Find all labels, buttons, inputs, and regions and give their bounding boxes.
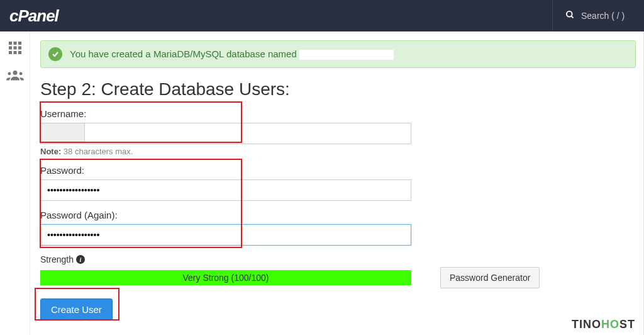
users-icon[interactable] xyxy=(6,69,24,83)
username-field-block: Username: Note: 38 characters max. xyxy=(40,108,636,156)
create-user-form: Username: Note: 38 characters max. Passw… xyxy=(40,108,636,321)
strength-label-row: Strength i xyxy=(40,254,636,264)
wm-st: ST xyxy=(619,318,635,331)
alert-text-content: You have created a MariaDB/MySQL databas… xyxy=(70,48,299,59)
svg-point-11 xyxy=(13,71,17,75)
strength-bar-row: Very Strong (100/100) Password Generator xyxy=(40,267,636,288)
watermark: TINOHOST xyxy=(572,318,635,331)
check-circle-icon xyxy=(48,47,62,61)
svg-rect-7 xyxy=(18,47,21,50)
password-field-block: Password: xyxy=(40,165,636,201)
note-text: 38 characters max. xyxy=(61,147,133,156)
svg-rect-9 xyxy=(13,51,16,54)
svg-point-0 xyxy=(567,11,572,17)
step-title: Step 2: Create Database Users: xyxy=(40,79,636,99)
main-content: You have created a MariaDB/MySQL databas… xyxy=(30,31,643,335)
wm-h: H xyxy=(601,318,610,331)
username-prefix xyxy=(40,123,84,144)
password-again-field-block: Password (Again): xyxy=(40,210,636,246)
svg-rect-3 xyxy=(13,42,16,45)
strength-bar: Very Strong (100/100) xyxy=(40,270,411,285)
create-user-button[interactable]: Create User xyxy=(40,298,113,321)
search-box[interactable] xyxy=(552,0,644,31)
svg-point-12 xyxy=(8,72,11,75)
top-header: cPanel xyxy=(0,0,644,31)
svg-rect-8 xyxy=(9,51,12,54)
apps-grid-icon[interactable] xyxy=(8,40,23,57)
svg-rect-5 xyxy=(9,47,12,50)
note-label: Note: xyxy=(40,147,61,156)
password-input[interactable] xyxy=(40,179,411,201)
username-note: Note: 38 characters max. xyxy=(40,147,636,156)
password-label: Password: xyxy=(40,165,636,176)
svg-line-1 xyxy=(571,16,573,18)
svg-rect-10 xyxy=(18,51,21,54)
strength-label: Strength xyxy=(40,254,74,264)
search-input[interactable] xyxy=(581,11,631,21)
svg-rect-6 xyxy=(13,47,16,50)
info-icon[interactable]: i xyxy=(76,255,85,264)
svg-point-13 xyxy=(19,72,22,75)
success-alert: You have created a MariaDB/MySQL databas… xyxy=(40,40,636,68)
svg-rect-4 xyxy=(18,42,21,45)
wm-o: O xyxy=(610,318,619,331)
password-again-label: Password (Again): xyxy=(40,210,636,220)
search-icon xyxy=(565,10,575,21)
alert-message: You have created a MariaDB/MySQL databas… xyxy=(70,48,394,60)
alert-masked-name xyxy=(299,50,394,60)
password-generator-button[interactable]: Password Generator xyxy=(440,267,540,288)
mini-sidebar xyxy=(0,31,30,335)
username-input-group xyxy=(40,123,411,144)
username-label: Username: xyxy=(40,108,636,119)
svg-rect-2 xyxy=(9,42,12,45)
password-again-input[interactable] xyxy=(40,224,411,246)
username-input[interactable] xyxy=(84,123,411,144)
wm-tino: TINO xyxy=(572,318,601,331)
cpanel-logo: cPanel xyxy=(9,6,58,26)
